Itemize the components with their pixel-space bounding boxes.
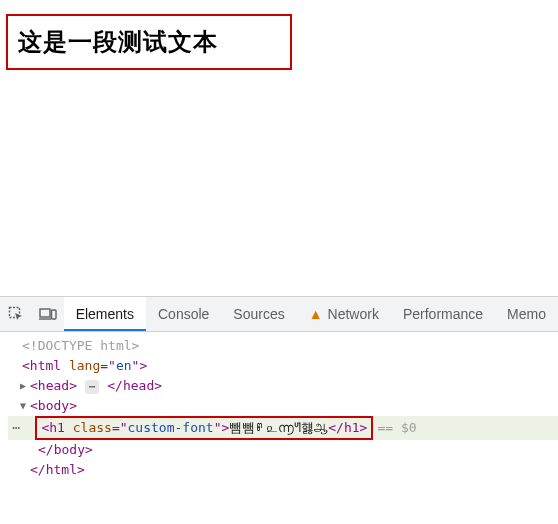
collapse-icon[interactable]: ▼: [16, 396, 30, 416]
devtools-tabbar: Elements Console Sources ▲Network Perfor…: [0, 296, 558, 332]
tab-sources[interactable]: Sources: [221, 297, 296, 331]
expand-icon[interactable]: ▶: [16, 376, 30, 396]
tab-memory[interactable]: Memo: [495, 297, 558, 331]
selection-ref: == $0: [377, 418, 416, 438]
page-heading: 这是一段测试文本: [18, 26, 218, 58]
ellipsis-icon[interactable]: ⋯: [85, 380, 100, 394]
tab-elements[interactable]: Elements: [64, 297, 146, 331]
dom-body-close[interactable]: </body>: [8, 440, 558, 460]
tab-console[interactable]: Console: [146, 297, 221, 331]
devtools-panel: Elements Console Sources ▲Network Perfor…: [0, 296, 558, 524]
dom-head[interactable]: ▶ <head> ⋯ </head>: [8, 376, 558, 396]
svg-rect-2: [51, 310, 56, 319]
inspect-icon[interactable]: [0, 297, 32, 331]
rendered-page: 这是一段测试文本: [0, 0, 558, 296]
highlight-box: 这是一段测试文本: [6, 14, 292, 70]
dom-doctype[interactable]: <!DOCTYPE html>: [8, 336, 558, 356]
tab-network[interactable]: ▲Network: [297, 297, 391, 331]
dom-body-open[interactable]: ▼ <body>: [8, 396, 558, 416]
dom-html-close[interactable]: </html>: [8, 460, 558, 480]
kebab-icon[interactable]: ⋯: [8, 418, 25, 438]
elements-tree[interactable]: <!DOCTYPE html> <html lang="en"> ▶ <head…: [0, 332, 558, 484]
dom-html-open[interactable]: <html lang="en">: [8, 356, 558, 376]
tab-performance[interactable]: Performance: [391, 297, 495, 331]
device-toolbar-icon[interactable]: [32, 297, 64, 331]
svg-rect-1: [40, 309, 50, 317]
warning-icon: ▲: [309, 306, 323, 322]
dom-selected-h1[interactable]: ⋯ <h1 class="custom-font">뺌뺌ᡦ௨൬ᖻ햻ஆ</h1> …: [8, 416, 558, 440]
